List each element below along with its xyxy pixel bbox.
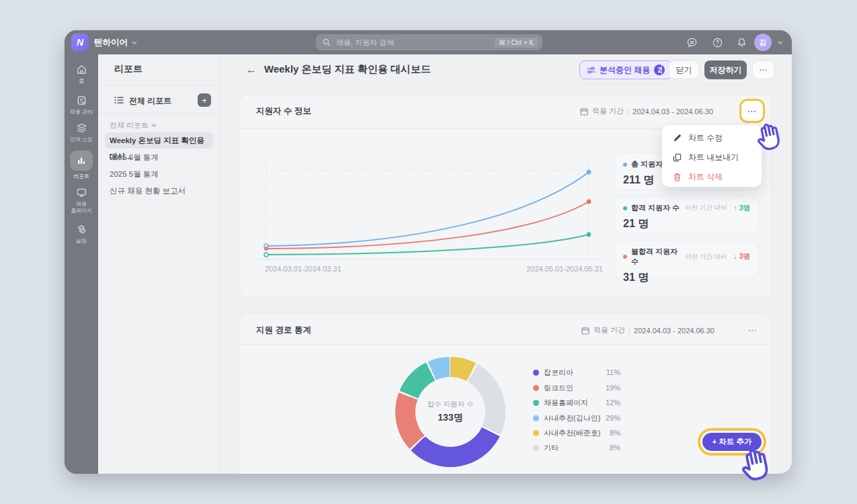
- divider: [98, 85, 220, 86]
- analyzing-jobs-filter-button[interactable]: 분석중인 채용 2: [579, 60, 672, 79]
- legend-label: 잡코리아: [544, 368, 602, 378]
- calendar-icon: [580, 108, 588, 116]
- legend-item: 채용홈페이지 12%: [533, 398, 620, 407]
- close-button[interactable]: 닫기: [669, 60, 699, 79]
- global-search[interactable]: ⌘ / Ctrl + K: [316, 34, 542, 50]
- legend-item: 기타 8%: [533, 443, 620, 452]
- copy-icon: [673, 153, 682, 162]
- add-report-button[interactable]: +: [198, 93, 211, 107]
- card-more-button[interactable]: ⋯: [743, 321, 763, 339]
- source-stats-card: 지원 경로 통계 적용 기간 2024.04.03 - 2024.06.30 ⋯…: [239, 314, 772, 474]
- filter-count-badge: 2: [654, 65, 665, 75]
- dashboard-toolbar: ← Weekly 온보딩 지표 확인용 대시보드 분석중인 채용 2 닫기 저장…: [220, 54, 792, 85]
- trash-icon: [673, 173, 682, 181]
- x-axis-label-end: 2024.05.01-2024.05.31: [495, 265, 603, 273]
- avatar[interactable]: 김: [754, 34, 772, 51]
- report-list-item[interactable]: 신규 채용 현황 보고서: [110, 186, 186, 196]
- sidebar-item-recruiting[interactable]: 채용 관리: [65, 95, 98, 116]
- menu-item-export-chart[interactable]: 차트 내보내기: [662, 148, 762, 167]
- sliders-icon: [587, 67, 596, 74]
- bar-chart-icon: [76, 155, 87, 166]
- cursor-hand-icon: [751, 118, 788, 155]
- sidebar-item-label: 인재 소싱: [70, 136, 93, 143]
- divider: [661, 63, 662, 77]
- card-title: 지원 경로 통계: [256, 325, 311, 336]
- legend-percent: 29%: [606, 414, 620, 422]
- pencil-icon: [673, 134, 682, 142]
- legend-percent: 12%: [606, 398, 620, 407]
- stat-label: 합격 지원자 수: [631, 203, 681, 213]
- report-list-item[interactable]: 2025 6월 통계: [110, 153, 159, 163]
- legend-dot: [533, 385, 539, 391]
- stat-label: 불합격 지원자 수: [631, 247, 681, 267]
- all-reports-header[interactable]: 전체 리포트 +: [98, 89, 220, 111]
- chart-context-menu: 차트 수정 차트 내보내기 차트 삭제: [662, 125, 762, 187]
- legend-percent: 19%: [606, 384, 620, 392]
- bell-icon: [736, 37, 747, 48]
- sidebar-item-label: 홈: [79, 78, 84, 85]
- delta-down: ↓ 3명: [733, 252, 750, 261]
- legend-item: 링크드인 19%: [533, 383, 620, 392]
- source-donut-chart: 접수 지원자 수 133명: [395, 357, 505, 467]
- legend-label: 채용홈페이지: [544, 398, 601, 408]
- question-icon: [712, 37, 723, 48]
- cursor-hand-icon: [735, 443, 778, 486]
- gear-icon: [76, 224, 87, 235]
- menu-item-delete-chart[interactable]: 차트 삭제: [662, 167, 762, 187]
- help-button[interactable]: [708, 30, 726, 54]
- menu-item-edit-chart[interactable]: 차트 수정: [662, 128, 762, 148]
- top-bar: N 텐하이어 ⌘ / Ctrl + K 김: [65, 30, 792, 54]
- period-label: 적용 기간: [592, 106, 624, 116]
- compare-label: 이전 기간 대비: [685, 204, 727, 212]
- legend-item: 잡코리아 11%: [533, 368, 620, 377]
- report-list-item-active[interactable]: Weekly 온보딩 지표 확인용 대시...: [105, 132, 213, 149]
- all-reports-label: 전체 리포트: [129, 95, 171, 107]
- workspace-name: 텐하이어: [94, 37, 128, 48]
- report-group-label: 전체 리포트: [110, 120, 149, 130]
- report-list-item[interactable]: 2025 5월 통계: [110, 169, 159, 179]
- legend-dot: [533, 400, 539, 406]
- period-info: 적용 기간 2024.04.03 - 2024.06.30: [581, 325, 715, 335]
- search-shortcut: ⌘ / Ctrl + K: [494, 38, 538, 48]
- calendar-icon: [581, 327, 589, 335]
- divider: [240, 344, 771, 345]
- sidebar-item-settings[interactable]: 설정: [65, 224, 98, 245]
- search-input[interactable]: [336, 38, 489, 46]
- list-icon: [114, 96, 124, 104]
- chevron-down-icon: [132, 41, 137, 44]
- card-more-button-focused[interactable]: ⋯: [741, 101, 763, 121]
- monitor-icon: [76, 187, 87, 198]
- workspace-switcher[interactable]: 텐하이어: [94, 30, 137, 54]
- account-menu-button[interactable]: [772, 30, 789, 54]
- applicant-line-chart: [256, 152, 602, 261]
- layers-icon: [76, 122, 87, 134]
- period-info: 적용 기간 2024.04.03 - 2024.06.30: [580, 106, 713, 116]
- save-button[interactable]: 저장하기: [704, 60, 747, 79]
- delta-up: ↑ 3명: [733, 204, 750, 213]
- sidebar-item-home[interactable]: 홈: [65, 64, 98, 85]
- side-nav: 홈 채용 관리 인재 소싱 리포트 채용홈페이지: [65, 54, 98, 474]
- notifications-button[interactable]: [733, 30, 750, 54]
- chevron-down-icon: [778, 41, 783, 44]
- sidebar-item-career-site[interactable]: 채용홈페이지: [65, 187, 98, 214]
- menu-item-label: 차트 삭제: [688, 171, 723, 183]
- app-window: N 텐하이어 ⌘ / Ctrl + K 김: [65, 30, 792, 474]
- app-logo[interactable]: N: [71, 34, 89, 51]
- chat-bubble-icon: [686, 37, 698, 48]
- back-button[interactable]: ←: [244, 62, 259, 77]
- sidebar-item-reports[interactable]: 리포트: [65, 151, 98, 180]
- legend-dot: [533, 445, 539, 451]
- dashboard-title: Weekly 온보딩 지표 확인용 대시보드: [264, 63, 431, 76]
- x-axis-label-start: 2024.03.01-2024.03.31: [265, 265, 341, 273]
- sidebar-item-label: 리포트: [73, 173, 89, 180]
- toolbar-more-button[interactable]: ⋯: [752, 60, 774, 79]
- legend-dot: [533, 430, 539, 436]
- report-group-toggle[interactable]: 전체 리포트: [110, 120, 157, 130]
- divider: [629, 327, 630, 335]
- stat-value: 31 명: [623, 271, 750, 285]
- legend-item: 사내추천(김나인) 29%: [533, 413, 620, 423]
- sidebar-item-sourcing[interactable]: 인재 소싱: [65, 122, 98, 143]
- feedback-button[interactable]: [683, 30, 700, 54]
- divider: [98, 113, 220, 114]
- sidebar-item-label: 채용 관리: [70, 109, 93, 116]
